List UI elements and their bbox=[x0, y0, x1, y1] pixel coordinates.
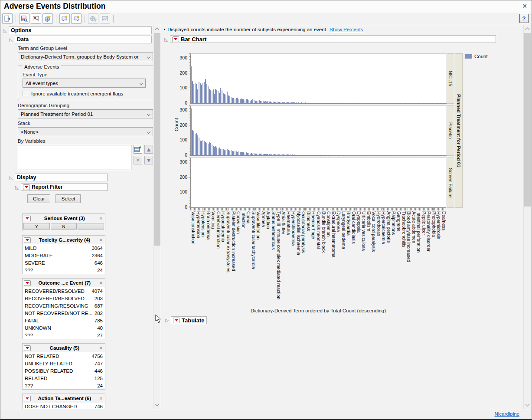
bar[interactable] bbox=[309, 103, 310, 103]
bar[interactable] bbox=[314, 103, 315, 103]
bar[interactable] bbox=[222, 149, 222, 155]
bar[interactable] bbox=[195, 83, 196, 103]
filter-item-row[interactable]: UNKNOWN40 bbox=[23, 324, 105, 331]
bar[interactable] bbox=[339, 103, 340, 103]
bar[interactable] bbox=[225, 150, 226, 155]
filter-item-row[interactable]: DOSE NOT CHANGED746 bbox=[23, 403, 105, 409]
bar[interactable] bbox=[204, 141, 205, 156]
bar[interactable] bbox=[222, 90, 222, 103]
bar[interactable] bbox=[273, 154, 274, 155]
scroll-down-icon[interactable] bbox=[153, 401, 161, 409]
bar[interactable] bbox=[210, 90, 211, 103]
bar[interactable] bbox=[240, 152, 241, 155]
bar[interactable] bbox=[213, 89, 214, 103]
bar[interactable] bbox=[286, 154, 287, 155]
bar[interactable] bbox=[292, 154, 293, 155]
bar[interactable] bbox=[240, 99, 241, 103]
red-triangle-menu-icon[interactable] bbox=[24, 237, 31, 243]
filter-item-row[interactable]: UNLIKELY RELATED747 bbox=[23, 360, 105, 367]
bar[interactable] bbox=[216, 148, 217, 155]
bar[interactable] bbox=[192, 81, 193, 104]
bar[interactable] bbox=[252, 99, 253, 103]
bar[interactable] bbox=[342, 103, 343, 103]
bar[interactable] bbox=[228, 150, 229, 155]
bar[interactable] bbox=[319, 103, 320, 103]
bar[interactable] bbox=[291, 155, 292, 155]
bar[interactable] bbox=[263, 101, 264, 103]
bar[interactable] bbox=[196, 84, 197, 103]
clear-button[interactable]: Clear bbox=[27, 194, 50, 203]
bar[interactable] bbox=[301, 155, 302, 155]
bar[interactable] bbox=[268, 101, 268, 104]
bar[interactable] bbox=[241, 152, 242, 155]
scroll-up-icon[interactable] bbox=[524, 25, 531, 33]
red-triangle-menu-icon[interactable] bbox=[24, 280, 31, 286]
bar[interactable] bbox=[321, 103, 322, 103]
bar[interactable] bbox=[290, 154, 290, 155]
bar[interactable] bbox=[251, 153, 252, 155]
bar[interactable] bbox=[296, 102, 297, 103]
bar[interactable] bbox=[219, 148, 220, 155]
bar[interactable] bbox=[282, 154, 283, 155]
bar[interactable] bbox=[231, 150, 232, 155]
bar[interactable] bbox=[224, 150, 225, 156]
display-header[interactable]: Display bbox=[15, 174, 108, 181]
bar[interactable] bbox=[218, 91, 219, 103]
right-scrollbar[interactable] bbox=[523, 25, 531, 409]
bar[interactable] bbox=[237, 152, 238, 155]
bar[interactable] bbox=[306, 103, 307, 103]
bar[interactable] bbox=[216, 90, 217, 103]
bar[interactable] bbox=[248, 100, 249, 103]
bar[interactable] bbox=[346, 103, 346, 103]
red-triangle-menu-icon[interactable] bbox=[173, 318, 180, 323]
bar[interactable] bbox=[199, 138, 199, 155]
bar[interactable] bbox=[296, 155, 297, 155]
bar[interactable] bbox=[317, 103, 317, 103]
select-button[interactable]: Select bbox=[55, 194, 81, 203]
remove-variable-button[interactable]: ✕ bbox=[134, 156, 142, 164]
bar[interactable] bbox=[287, 154, 288, 155]
bar[interactable] bbox=[319, 155, 320, 155]
data-header[interactable]: Data bbox=[15, 36, 152, 43]
bar[interactable] bbox=[310, 103, 311, 103]
bar[interactable] bbox=[311, 103, 312, 103]
bar[interactable] bbox=[268, 154, 268, 155]
filter-item-row[interactable]: RECOVERED/RESOLVED ...203 bbox=[23, 295, 105, 302]
bar[interactable] bbox=[293, 102, 294, 103]
filter-item-row[interactable]: NOT RELATED4756 bbox=[23, 352, 105, 360]
bar[interactable] bbox=[274, 102, 275, 104]
term-group-dropdown[interactable]: Dictionary-Derived Term, grouped by Body… bbox=[18, 52, 153, 61]
collapse-triangle-icon[interactable]: ◺ bbox=[164, 36, 170, 42]
red-triangle-menu-icon[interactable] bbox=[172, 36, 179, 42]
bar[interactable] bbox=[197, 135, 198, 155]
bar[interactable] bbox=[250, 101, 251, 103]
bar[interactable] bbox=[283, 102, 284, 103]
bar[interactable] bbox=[310, 155, 311, 155]
bar[interactable] bbox=[315, 103, 316, 103]
bar[interactable] bbox=[278, 154, 279, 155]
bar[interactable] bbox=[343, 155, 344, 155]
bar[interactable] bbox=[195, 134, 196, 155]
bar[interactable] bbox=[329, 155, 330, 155]
bar[interactable] bbox=[204, 82, 205, 103]
bar[interactable] bbox=[232, 151, 233, 155]
bar[interactable] bbox=[277, 154, 277, 155]
left-scrollbar-thumb[interactable] bbox=[154, 33, 160, 246]
bar[interactable] bbox=[246, 152, 247, 155]
close-icon[interactable]: ✕ bbox=[98, 396, 104, 401]
bar[interactable] bbox=[329, 103, 330, 103]
bar[interactable] bbox=[266, 154, 267, 156]
bar[interactable] bbox=[306, 155, 307, 155]
filter-item-row[interactable]: RECOVERING/RESOLVING687 bbox=[23, 302, 105, 309]
bar[interactable] bbox=[336, 103, 336, 103]
bar[interactable] bbox=[305, 102, 306, 103]
bar[interactable] bbox=[305, 155, 306, 155]
bar[interactable] bbox=[325, 155, 326, 155]
bar[interactable] bbox=[236, 151, 237, 155]
bar[interactable] bbox=[279, 154, 280, 155]
filter-item-row[interactable]: RELATED125 bbox=[23, 374, 105, 382]
bar[interactable] bbox=[315, 155, 316, 155]
bar[interactable] bbox=[261, 101, 262, 104]
bar[interactable] bbox=[202, 140, 203, 155]
bar[interactable] bbox=[206, 143, 207, 155]
